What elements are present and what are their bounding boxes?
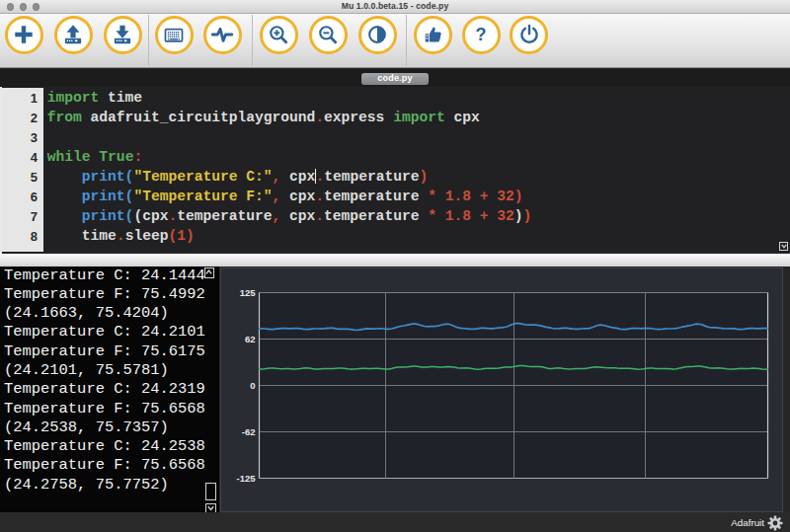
svg-text:-125: -125	[236, 473, 256, 484]
svg-text:125: 125	[240, 287, 257, 298]
svg-text:?: ?	[476, 25, 487, 44]
svg-text:62: 62	[245, 334, 256, 344]
svg-text:-62: -62	[242, 426, 256, 437]
svg-text:0: 0	[250, 380, 255, 391]
